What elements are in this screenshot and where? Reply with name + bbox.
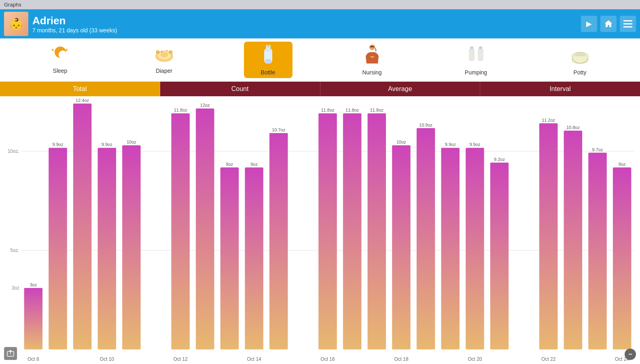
svg-text:Oct 8: Oct 8	[28, 356, 39, 362]
avatar: 👶	[4, 12, 28, 36]
svg-text:3oz: 3oz	[12, 285, 19, 291]
svg-rect-36	[73, 104, 91, 349]
chart-inner: 10oz.5oz.3oz9.9oz12.4oz9.9oz10oz11.8oz12…	[0, 96, 640, 364]
svg-text:9oz: 9oz	[250, 162, 258, 167]
title-bar: Graphs	[0, 0, 640, 9]
svg-rect-24	[479, 50, 483, 52]
header-controls: ▶	[581, 16, 636, 32]
patient-age: 7 months, 21 days old (33 weeks)	[32, 27, 581, 34]
svg-text:9.9oz: 9.9oz	[445, 142, 456, 147]
svg-text:9oz: 9oz	[619, 162, 626, 167]
svg-text:10.9oz: 10.9oz	[419, 123, 433, 127]
svg-rect-1	[623, 23, 632, 25]
svg-rect-32	[24, 288, 42, 349]
svg-rect-48	[245, 167, 263, 349]
svg-text:9.2oz: 9.2oz	[494, 157, 505, 162]
svg-text:9.9oz: 9.9oz	[469, 142, 480, 147]
svg-rect-60	[417, 128, 435, 349]
svg-rect-21	[470, 47, 473, 49]
tab-nursing[interactable]: Nursing	[348, 42, 396, 78]
svg-text:Oct 22: Oct 22	[541, 356, 556, 362]
svg-rect-74	[613, 167, 631, 349]
subtab-average[interactable]: Average	[320, 82, 481, 96]
svg-rect-44	[196, 108, 214, 349]
potty-label: Potty	[574, 69, 587, 76]
svg-text:9.9oz: 9.9oz	[102, 142, 112, 147]
svg-rect-72	[588, 153, 606, 349]
svg-text:Oct 18: Oct 18	[394, 356, 409, 362]
subtab-interval[interactable]: Interval	[480, 82, 640, 96]
diaper-icon: ✦ ✦	[154, 46, 175, 66]
svg-rect-15	[265, 49, 271, 51]
subtab-total[interactable]: Total	[0, 82, 160, 96]
tab-potty[interactable]: Potty	[556, 42, 604, 78]
svg-text:Oct 16: Oct 16	[320, 356, 335, 362]
subtab-count[interactable]: Count	[160, 82, 320, 96]
svg-text:9oz: 9oz	[226, 162, 233, 167]
svg-text:11.2oz: 11.2oz	[542, 118, 555, 123]
menu-button[interactable]	[620, 16, 636, 32]
share-button[interactable]	[4, 347, 17, 360]
svg-text:12oz: 12oz	[200, 103, 210, 108]
nursing-icon	[362, 44, 383, 68]
title-bar-label: Graphs	[4, 2, 21, 8]
svg-rect-0	[623, 20, 632, 21]
svg-text:9.7oz: 9.7oz	[592, 147, 603, 152]
svg-text:3oz: 3oz	[30, 282, 37, 287]
next-button[interactable]: ▶	[581, 16, 597, 32]
svg-rect-42	[171, 113, 189, 349]
svg-text:✦: ✦	[166, 49, 168, 52]
nursing-label: Nursing	[362, 69, 381, 76]
svg-rect-54	[343, 113, 361, 349]
svg-rect-52	[318, 113, 337, 349]
svg-text:10.8oz: 10.8oz	[566, 125, 580, 130]
svg-rect-23	[470, 50, 475, 52]
zoom-out-button[interactable]: −	[625, 349, 636, 360]
svg-text:11.8oz: 11.8oz	[174, 108, 188, 112]
svg-rect-56	[368, 113, 386, 349]
header-info: Adrien 7 months, 21 days old (33 weeks)	[32, 15, 581, 34]
pumping-label: Pumping	[465, 69, 487, 76]
svg-text:Oct 14: Oct 14	[247, 356, 261, 362]
tab-bottle[interactable]: Bottle	[244, 42, 292, 78]
sleep-label: Sleep	[53, 68, 68, 74]
svg-text:12.4oz: 12.4oz	[76, 98, 89, 103]
sub-tabs: Total Count Average Interval	[0, 82, 640, 96]
svg-text:10oz: 10oz	[127, 140, 136, 144]
chart-area: 10oz.5oz.3oz9.9oz12.4oz9.9oz10oz11.8oz12…	[0, 96, 640, 364]
header: 👶 Adrien 7 months, 21 days old (33 weeks…	[0, 9, 640, 38]
tab-sleep[interactable]: ★ ★ ★ Sleep	[36, 43, 85, 76]
svg-point-16	[265, 59, 271, 63]
app-container: Graphs 👶 Adrien 7 months, 21 days old (3…	[0, 0, 640, 364]
svg-text:10.7oz: 10.7oz	[272, 127, 286, 132]
svg-text:9.9oz: 9.9oz	[52, 142, 63, 147]
svg-text:11.8oz: 11.8oz	[321, 108, 335, 112]
svg-rect-38	[98, 148, 116, 349]
patient-name: Adrien	[32, 15, 581, 27]
svg-rect-2	[623, 26, 632, 28]
svg-text:5oz.: 5oz.	[10, 248, 19, 253]
svg-text:11.8oz: 11.8oz	[345, 108, 359, 112]
svg-text:★: ★	[51, 48, 55, 52]
svg-text:10oz.: 10oz.	[8, 148, 19, 154]
svg-rect-64	[466, 148, 484, 349]
potty-icon	[570, 44, 591, 68]
svg-text:Oct 10: Oct 10	[100, 356, 114, 362]
bottle-label: Bottle	[261, 69, 275, 76]
svg-rect-22	[479, 47, 482, 49]
category-tabs: ★ ★ ★ Sleep ✦ ✦	[0, 38, 640, 82]
tab-diaper[interactable]: ✦ ✦ Diaper	[140, 43, 189, 76]
sleep-icon: ★ ★ ★	[50, 46, 70, 66]
svg-rect-40	[122, 145, 140, 349]
svg-rect-34	[49, 148, 67, 349]
svg-text:11.8oz: 11.8oz	[370, 108, 384, 112]
bottle-icon	[259, 44, 277, 68]
home-button[interactable]	[600, 16, 617, 32]
svg-text:Oct 20: Oct 20	[468, 356, 482, 362]
svg-rect-66	[490, 163, 509, 349]
tab-pumping[interactable]: Pumping	[452, 42, 500, 78]
diaper-label: Diaper	[156, 68, 172, 74]
svg-point-10	[169, 51, 172, 54]
svg-rect-58	[392, 145, 410, 349]
svg-rect-46	[220, 167, 239, 349]
